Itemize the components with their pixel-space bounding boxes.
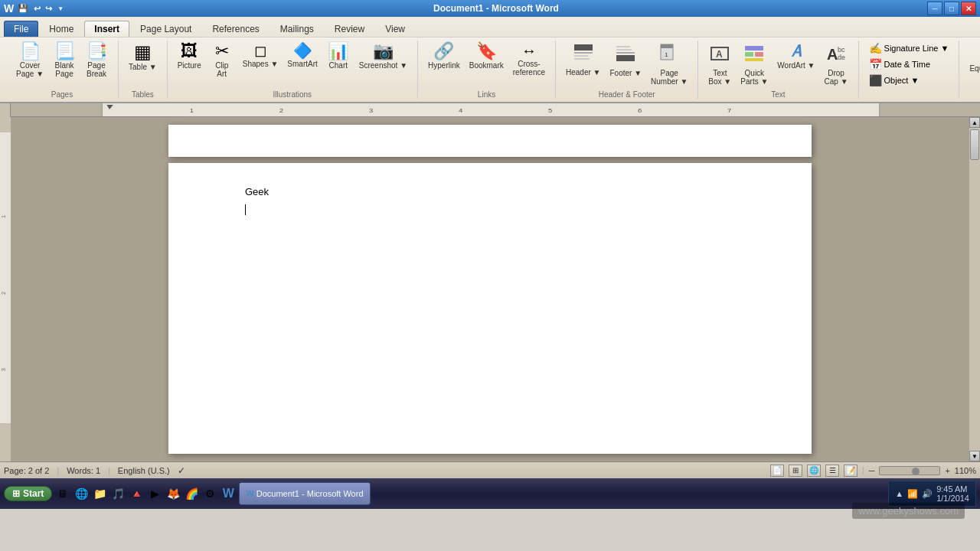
ruler-area: 1 2 3 4 5 6 7 <box>0 103 980 117</box>
view-web-button[interactable]: 🌐 <box>807 465 821 477</box>
status-right: 📄 ⊞ 🌐 ☰ 📝 | ─ + 110% <box>770 465 976 477</box>
tab-page-layout[interactable]: Page Layout <box>130 21 201 37</box>
maximize-button[interactable]: □ <box>944 2 959 15</box>
page-break-icon: 📑 <box>87 43 107 60</box>
view-outline-button[interactable]: ☰ <box>825 465 839 477</box>
document-area[interactable]: Geek <box>11 117 969 461</box>
zoom-out-button[interactable]: ─ <box>869 466 875 475</box>
svg-text:4: 4 <box>459 107 462 114</box>
taskbar: ⊞ Start 🖥 🌐 📁 🎵 🔺 ▶ 🦊 🌈 ⚙ W W Document1 … <box>0 478 980 509</box>
tab-home[interactable]: Home <box>39 21 83 37</box>
tab-view[interactable]: View <box>375 21 415 37</box>
taskbar-show-desktop[interactable]: 🖥 <box>55 486 70 501</box>
svg-rect-34 <box>0 132 11 423</box>
ribbon-content: 📄 CoverPage ▼ 📃 BlankPage 📑 PageBreak Pa… <box>0 37 980 102</box>
text-box-button[interactable]: A TextBox ▼ <box>704 41 735 88</box>
view-draft-button[interactable]: 📝 <box>844 465 858 477</box>
links-group-label: Links <box>478 90 495 99</box>
minimize-button[interactable]: ─ <box>927 2 942 15</box>
qa-save[interactable]: 💾 <box>17 2 29 15</box>
footer-button[interactable]: Footer ▼ <box>606 41 646 80</box>
svg-text:de: de <box>838 54 845 61</box>
tab-file[interactable]: File <box>4 21 38 37</box>
bookmark-button[interactable]: 🔖 Bookmark <box>466 41 508 72</box>
tray-icon1: ▲ <box>895 489 903 498</box>
screenshot-button[interactable]: 📷 Screenshot ▼ <box>355 41 411 72</box>
header-button[interactable]: Header ▼ <box>562 41 604 79</box>
smartart-button[interactable]: 🔷 SmartArt <box>283 41 321 70</box>
right-scrollbar[interactable]: ▲ ▼ <box>969 117 980 461</box>
svg-rect-14 <box>745 52 753 57</box>
object-button[interactable]: ⬛ Object ▼ <box>865 73 953 88</box>
language: English (U.S.) <box>118 466 170 475</box>
page-info: Page: 2 of 2 <box>4 466 49 475</box>
word-count: Words: 1 <box>67 466 100 475</box>
taskbar-ie-icon[interactable]: 🌐 <box>74 486 89 501</box>
table-button[interactable]: ▦ Table ▼ <box>125 41 161 73</box>
signature-line-button[interactable]: ✍ Signature Line ▼ <box>865 41 953 56</box>
qa-redo[interactable]: ↪ <box>44 2 54 15</box>
cover-page-button[interactable]: 📄 CoverPage ▼ <box>12 41 47 80</box>
taskbar-chrome-icon[interactable]: 🌈 <box>184 486 199 501</box>
tab-references[interactable]: References <box>202 21 269 37</box>
scroll-track[interactable] <box>969 128 980 451</box>
svg-rect-1 <box>574 52 593 54</box>
picture-icon: 🖼 <box>181 43 198 60</box>
ribbon-group-pages: 📄 CoverPage ▼ 📃 BlankPage 📑 PageBreak Pa… <box>6 41 119 99</box>
taskbar-word-taskbar-icon[interactable]: W <box>220 486 236 501</box>
table-icon: ▦ <box>134 43 152 61</box>
svg-rect-20 <box>11 103 102 117</box>
page-break-button[interactable]: 📑 PageBreak <box>81 41 112 80</box>
word-app-icon: W <box>246 489 253 498</box>
taskbar-winamp-icon[interactable]: ▶ <box>147 486 162 501</box>
qa-undo[interactable]: ↩ <box>32 2 41 15</box>
wordart-button[interactable]: Ａ WordArt ▼ <box>773 41 818 72</box>
zoom-in-button[interactable]: + <box>945 466 949 475</box>
spell-check-icon[interactable]: ✓ <box>178 465 185 476</box>
quick-parts-button[interactable]: QuickParts ▼ <box>737 41 772 88</box>
text-group-label: Text <box>771 90 785 99</box>
svg-text:bc: bc <box>838 46 845 54</box>
blank-page-button[interactable]: 📃 BlankPage <box>49 41 80 80</box>
equation-button[interactable]: π Equation ▼ <box>965 41 980 75</box>
taskbar-firefox-icon[interactable]: 🦊 <box>165 486 181 501</box>
scroll-down-button[interactable]: ▼ <box>969 451 980 461</box>
view-print-button[interactable]: 📄 <box>770 465 784 477</box>
picture-button[interactable]: 🖼 Picture <box>174 41 205 72</box>
tab-bar: File Home Insert Page Layout References … <box>0 17 980 37</box>
text-box-icon: A <box>709 43 730 67</box>
clip-art-button[interactable]: ✂ ClipArt <box>207 41 237 80</box>
view-fullscreen-button[interactable]: ⊞ <box>789 465 802 477</box>
ribbon-group-illustrations: 🖼 Picture ✂ ClipArt ◻ Shapes ▼ 🔷 SmartAr… <box>168 41 418 99</box>
svg-rect-9 <box>661 44 673 48</box>
tray-network-icon[interactable]: 📶 <box>907 489 918 499</box>
tab-mailings[interactable]: Mailings <box>270 21 324 37</box>
page-2: Geek <box>168 163 812 454</box>
tray-sound-icon[interactable]: 🔊 <box>922 489 933 499</box>
zoom-slider[interactable] <box>879 466 940 475</box>
taskbar-unknown1-icon[interactable]: ⚙ <box>202 486 217 501</box>
shapes-button[interactable]: ◻ Shapes ▼ <box>239 41 283 70</box>
taskbar-vlc-icon[interactable]: 🔺 <box>129 486 144 501</box>
header-footer-group-label: Header & Footer <box>599 90 655 99</box>
scroll-up-button[interactable]: ▲ <box>969 117 980 128</box>
active-window-button[interactable]: W Document1 - Microsoft Word <box>239 482 370 505</box>
text-cursor <box>245 204 246 215</box>
page-number-button[interactable]: 1 PageNumber ▼ <box>647 41 691 88</box>
ribbon: File Home Insert Page Layout References … <box>0 17 980 103</box>
svg-rect-5 <box>616 49 632 51</box>
start-button[interactable]: ⊞ Start <box>4 486 52 501</box>
cross-reference-button[interactable]: ↔ Cross-reference <box>509 41 549 79</box>
close-button[interactable]: ✕ <box>961 2 976 15</box>
tab-review[interactable]: Review <box>325 21 374 37</box>
tab-insert[interactable]: Insert <box>84 21 129 37</box>
qa-dropdown[interactable]: ▼ <box>56 2 65 15</box>
taskbar-explorer-icon[interactable]: 📁 <box>92 486 107 501</box>
drop-cap-button[interactable]: Abcde DropCap ▼ <box>821 41 852 88</box>
chart-button[interactable]: 📊 Chart <box>323 41 354 72</box>
date-time-button[interactable]: 📅 Date & Time <box>865 57 953 72</box>
page-content[interactable]: Geek <box>168 163 812 354</box>
taskbar-media-icon[interactable]: 🎵 <box>110 486 126 501</box>
ribbon-group-text: A TextBox ▼ QuickParts ▼ Ａ WordArt ▼ <box>698 41 858 99</box>
hyperlink-button[interactable]: 🔗 Hyperlink <box>424 41 464 72</box>
